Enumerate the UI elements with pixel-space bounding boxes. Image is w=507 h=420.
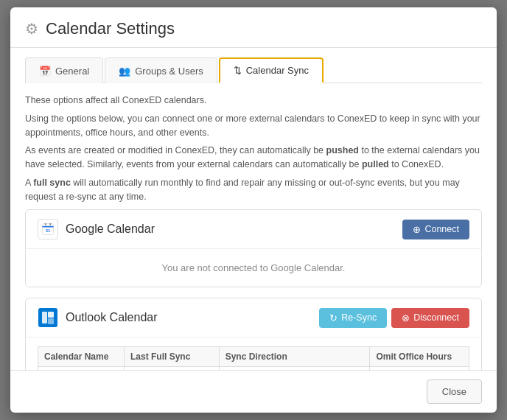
col-header-sync: Last Full Sync [125, 347, 220, 367]
calendar-sync-table: Calendar Name Last Full Sync Sync Direct… [38, 346, 469, 370]
google-calendar-title: 31 Google Calendar [38, 219, 155, 239]
tab-calendar-sync[interactable]: ⇅ Calendar Sync [219, 57, 324, 83]
tab-general[interactable]: 📅 General [25, 57, 103, 83]
pushed-text: pushed [326, 145, 359, 155]
connect-icon: ⊕ [413, 224, 421, 235]
connect-label: Connect [424, 224, 459, 234]
outlook-calendar-name: Outlook Calendar [66, 311, 158, 324]
modal-header: ⚙ Calendar Settings [10, 7, 497, 48]
modal-body: 📅 General 👥 Groups & Users ⇅ Calendar Sy… [10, 48, 497, 370]
disconnect-button[interactable]: ⊗ Disconnect [391, 308, 469, 328]
description-line3: As events are created or modified in Con… [25, 144, 482, 172]
disconnect-icon: ⊗ [402, 312, 410, 323]
disconnect-label: Disconnect [413, 312, 459, 323]
general-tab-icon: 📅 [39, 66, 51, 77]
outlook-calendar-title: Outlook Calendar [38, 307, 158, 328]
close-button[interactable]: Close [427, 379, 482, 404]
google-calendar-name: Google Calendar [66, 223, 155, 236]
pulled-text: pulled [362, 159, 389, 169]
resync-label: Re-Sync [341, 312, 377, 323]
outlook-actions: ↻ Re-Sync ⊗ Disconnect [319, 308, 469, 328]
tab-general-label: General [55, 66, 89, 77]
outlook-card-header: Outlook Calendar ↻ Re-Sync ⊗ Disconnect [26, 298, 481, 337]
outlook-cal-icon [38, 307, 58, 328]
groups-tab-icon: 👥 [119, 66, 130, 77]
description-line4: A full sync will automatically run month… [25, 176, 482, 204]
col-header-direction: Sync Direction [219, 347, 370, 367]
svg-rect-4 [50, 223, 52, 225]
resync-icon: ↻ [329, 312, 338, 323]
google-card-header: 31 Google Calendar ⊕ Connect [26, 210, 481, 248]
svg-text:31: 31 [46, 228, 51, 233]
svg-rect-6 [48, 312, 54, 318]
full-sync-text: full sync [33, 178, 71, 188]
modal-footer: Close [10, 370, 497, 413]
gear-icon: ⚙ [25, 20, 38, 38]
not-connected-text: You are not connected to Google Calendar… [38, 258, 469, 278]
google-card-body: You are not connected to Google Calendar… [26, 248, 481, 287]
google-calendar-card: 31 Google Calendar ⊕ Connect You are not [25, 209, 482, 287]
outlook-icon-box [38, 308, 57, 327]
table-header-row: Calendar Name Last Full Sync Sync Direct… [38, 347, 469, 367]
tab-groups-users[interactable]: 👥 Groups & Users [105, 57, 217, 83]
tab-calendar-sync-label: Calendar Sync [246, 65, 309, 76]
google-cal-icon: 31 [38, 219, 58, 239]
col-header-name: Calendar Name [38, 347, 125, 367]
modal-title: Calendar Settings [46, 19, 175, 38]
sync-tab-icon: ⇅ [234, 65, 242, 76]
outlook-card-body: Calendar Name Last Full Sync Sync Direct… [26, 337, 481, 370]
tabs-container: 📅 General 👥 Groups & Users ⇅ Calendar Sy… [25, 48, 482, 83]
description-line1: These options affect all ConexED calenda… [25, 94, 482, 108]
svg-rect-7 [48, 318, 54, 324]
col-header-omit: Omit Office Hours [370, 347, 469, 367]
resync-button[interactable]: ↻ Re-Sync [319, 308, 387, 328]
calendar-settings-modal: ⚙ Calendar Settings 📅 General 👥 Groups &… [10, 7, 497, 413]
svg-rect-3 [45, 223, 46, 225]
svg-rect-1 [43, 226, 54, 228]
tab-groups-users-label: Groups & Users [135, 66, 203, 77]
modal-overlay: ⚙ Calendar Settings 📅 General 👥 Groups &… [0, 0, 507, 420]
description-block: These options affect all ConexED calenda… [25, 94, 482, 203]
google-connect-button[interactable]: ⊕ Connect [402, 220, 469, 239]
description-line2: Using the options below, you can connect… [25, 112, 482, 140]
outlook-calendar-card: Outlook Calendar ↻ Re-Sync ⊗ Disconnect [25, 298, 482, 370]
svg-rect-8 [42, 312, 47, 323]
